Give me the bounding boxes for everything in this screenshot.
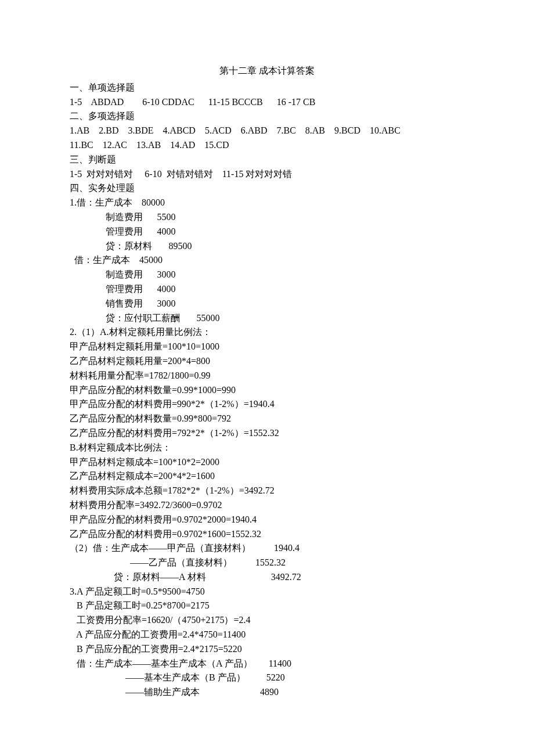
q2-line-1: 2.（1）A.材料定额耗用量比例法： — [70, 325, 464, 340]
q1-line-3: 管理费用 4000 — [70, 225, 464, 239]
q2-line-9: B.材料定额成本比例法： — [70, 441, 464, 455]
q1-line-5: 借：生产成本 45000 — [70, 253, 464, 268]
q1-line-1: 1.借：生产成本 80000 — [70, 196, 464, 210]
section-1-heading: 一、单项选择题 — [70, 81, 464, 95]
q3-line-5: B 产品应分配的工资费用=2.4*2175=5220 — [70, 642, 464, 657]
q3-line-1: 3.A 产品定额工时=0.5*9500=4750 — [70, 585, 464, 599]
q2-line-11: 乙产品材料定额成本=200*4*2=1600 — [70, 469, 464, 484]
section-1-answers: 1-5 ABDAD 6-10 CDDAC 11-15 BCCCB 16 -17 … — [70, 95, 464, 110]
q2-line-17: ——乙产品（直接材料） 1552.32 — [70, 556, 464, 570]
q1-line-6: 制造费用 3000 — [70, 268, 464, 282]
q2-line-5: 甲产品应分配的材料数量=0.99*1000=990 — [70, 383, 464, 398]
section-2-heading: 二、多项选择题 — [70, 109, 464, 124]
q2-line-10: 甲产品材料定额成本=100*10*2=2000 — [70, 455, 464, 470]
q2-line-6: 甲产品应分配的材料费用=990*2*（1-2%）=1940.4 — [70, 397, 464, 412]
section-2-answers-1: 1.AB 2.BD 3.BDE 4.ABCD 5.ACD 6.ABD 7.BC … — [70, 124, 464, 138]
q1-line-7: 管理费用 4000 — [70, 282, 464, 297]
q2-line-3: 乙产品材料定额耗用量=200*4=800 — [70, 354, 464, 369]
q2-line-15: 乙产品应分配的材料费用=0.9702*1600=1552.32 — [70, 527, 464, 542]
q2-line-4: 材料耗用量分配率=1782/1800=0.99 — [70, 369, 464, 383]
page-title: 第十二章 成本计算答案 — [70, 64, 464, 78]
q2-line-14: 甲产品应分配的材料费用=0.9702*2000=1940.4 — [70, 513, 464, 527]
q3-line-4: A 产品应分配的工资费用=2.4*4750=11400 — [70, 628, 464, 642]
q2-line-7: 乙产品应分配的材料数量=0.99*800=792 — [70, 412, 464, 426]
q3-line-7: ——基本生产成本（B 产品） 5220 — [70, 671, 464, 685]
document-page: 第十二章 成本计算答案 一、单项选择题 1-5 ABDAD 6-10 CDDAC… — [0, 0, 534, 756]
q2-line-12: 材料费用实际成本总额=1782*2*（1-2%）=3492.72 — [70, 484, 464, 498]
section-3-answers: 1-5 对对对错对 6-10 对错对错对 11-15 对对对对错 — [70, 167, 464, 182]
section-3-heading: 三、判断题 — [70, 153, 464, 167]
q1-line-8: 销售费用 3000 — [70, 297, 464, 311]
q3-line-6: 借：生产成本——基本生产成本（A 产品） 11400 — [70, 657, 464, 671]
q1-line-2: 制造费用 5500 — [70, 210, 464, 225]
section-2-answers-2: 11.BC 12.AC 13.AB 14.AD 15.CD — [70, 138, 464, 153]
section-4-heading: 四、实务处理题 — [70, 181, 464, 196]
q3-line-2: B 产品定额工时=0.25*8700=2175 — [70, 599, 464, 613]
q2-line-18: 贷：原材料——A 材料 3492.72 — [70, 570, 464, 585]
q1-line-4: 贷：原材料 89500 — [70, 239, 464, 254]
q2-line-13: 材料费用分配率=3492.72/3600=0.9702 — [70, 498, 464, 513]
q2-line-8: 乙产品应分配的材料费用=792*2*（1-2%）=1552.32 — [70, 426, 464, 441]
q2-line-2: 甲产品材料定额耗用量=100*10=1000 — [70, 340, 464, 354]
q3-line-3: 工资费用分配率=16620/（4750+2175）=2.4 — [70, 613, 464, 628]
q2-line-16: （2）借：生产成本——甲产品（直接材料） 1940.4 — [70, 541, 464, 556]
q1-line-9: 贷：应付职工薪酬 55000 — [70, 311, 464, 326]
q3-line-8: ——辅助生产成本 4890 — [70, 685, 464, 700]
